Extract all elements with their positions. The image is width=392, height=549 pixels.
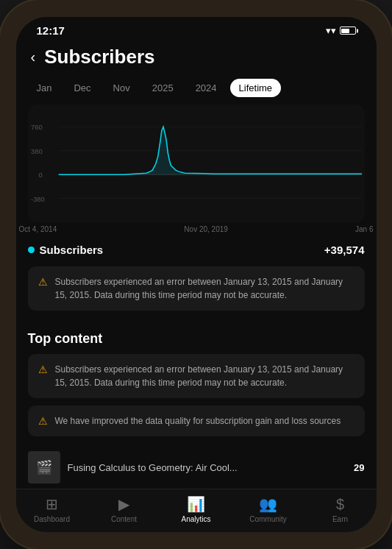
wifi-icon: ▾▾ — [326, 25, 336, 36]
item-count: 29 — [354, 462, 364, 473]
svg-text:380: 380 — [31, 148, 43, 155]
stat-label: Subscribers — [28, 244, 104, 256]
nav-analytics[interactable]: 📊 Analytics — [174, 495, 218, 523]
earn-icon: $ — [336, 496, 344, 513]
community-icon: 👥 — [259, 495, 277, 513]
warning-icon-1: ⚠ — [38, 364, 48, 375]
phone-frame: 12:17 ▾▾ ‹ Subscribers Jan Dec Nov 2025 … — [0, 0, 392, 549]
chart-x-labels: Oct 4, 2014 Nov 20, 2019 Jan 6 — [16, 222, 377, 233]
header: ‹ Subscribers — [16, 40, 377, 74]
warning-icon-2: ⚠ — [38, 415, 48, 427]
battery-icon — [340, 26, 356, 35]
nav-earn[interactable]: $ Earn — [318, 496, 363, 523]
filter-jan[interactable]: Jan — [28, 79, 61, 97]
status-icons: ▾▾ — [326, 25, 356, 36]
x-label-3: Jan 6 — [355, 225, 373, 233]
top-content-warning-2: ⚠ We have improved the data quality for … — [28, 405, 365, 436]
item-text: Fusing Calculus to Geometry: Air Cool... — [68, 462, 347, 473]
x-label-1: Oct 4, 2014 — [19, 225, 57, 233]
filter-lifetime[interactable]: Lifetime — [230, 79, 282, 97]
chart-container: 760 380 0 -380 — [28, 105, 365, 222]
nav-content-label: Content — [111, 515, 137, 523]
svg-text:0: 0 — [38, 171, 42, 179]
item-title: Fusing Calculus to Geometry: Air Cool... — [68, 462, 347, 473]
svg-text:760: 760 — [31, 124, 43, 131]
top-content-warning-1: ⚠ Subscribers experienced an error betwe… — [28, 354, 365, 398]
warning-text: Subscribers experienced an error between… — [55, 275, 354, 302]
warning-text-1: Subscribers experienced an error between… — [55, 363, 354, 389]
filter-2024[interactable]: 2024 — [187, 79, 226, 97]
bottom-nav: ⊞ Dashboard ▶ Content 📊 Analytics 👥 Comm… — [16, 489, 377, 532]
nav-community-label: Community — [249, 515, 287, 523]
list-item[interactable]: 🎬 Fusing Calculus to Geometry: Air Cool.… — [16, 444, 377, 489]
status-time: 12:17 — [37, 24, 65, 37]
warning-icon: ⚠ — [38, 276, 48, 288]
filter-2025[interactable]: 2025 — [143, 79, 182, 97]
analytics-icon: 📊 — [187, 495, 205, 513]
main-content: Jan Dec Nov 2025 2024 Lifetime 760 380 — [16, 74, 377, 489]
top-content-title: Top content — [16, 319, 377, 354]
filter-dec[interactable]: Dec — [65, 79, 99, 97]
phone-screen: 12:17 ▾▾ ‹ Subscribers Jan Dec Nov 2025 … — [16, 17, 377, 532]
nav-dashboard-label: Dashboard — [34, 515, 70, 523]
warning-box: ⚠ Subscribers experienced an error betwe… — [28, 266, 365, 311]
chart-svg: 760 380 0 -380 — [31, 112, 362, 216]
nav-earn-label: Earn — [332, 515, 348, 523]
back-button[interactable]: ‹ — [28, 46, 39, 68]
page-title: Subscribers — [44, 46, 154, 68]
thumbnail: 🎬 — [28, 451, 60, 484]
dashboard-icon: ⊞ — [46, 495, 58, 513]
stat-value: +39,574 — [324, 244, 365, 256]
thumbnail-icon: 🎬 — [36, 459, 52, 475]
nav-content[interactable]: ▶ Content — [102, 495, 146, 523]
warning-text-2: We have improved the data quality for su… — [55, 414, 341, 428]
nav-dashboard[interactable]: ⊞ Dashboard — [30, 495, 74, 523]
x-label-2: Nov 20, 2019 — [184, 225, 228, 233]
svg-text:-380: -380 — [31, 196, 45, 203]
battery-fill — [341, 29, 349, 33]
nav-community[interactable]: 👥 Community — [246, 495, 291, 523]
notch — [152, 17, 240, 38]
stat-label-text: Subscribers — [40, 244, 104, 256]
stat-row: Subscribers +39,574 — [16, 233, 377, 263]
filter-nov[interactable]: Nov — [104, 79, 139, 97]
content-icon: ▶ — [118, 495, 129, 513]
nav-analytics-label: Analytics — [181, 515, 210, 523]
time-filter-bar: Jan Dec Nov 2025 2024 Lifetime — [16, 74, 377, 105]
stat-dot — [28, 247, 35, 253]
